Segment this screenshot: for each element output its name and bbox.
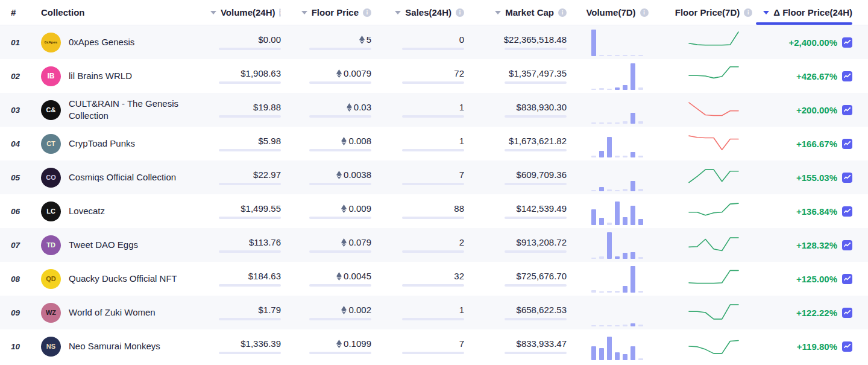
floor-price-7d-cell (668, 165, 760, 189)
trend-chart-badge-icon[interactable] (842, 341, 852, 352)
header-volume-24h[interactable]: Volume(24H) (217, 0, 281, 25)
trend-chart-badge-icon[interactable] (842, 206, 852, 217)
volume-7d-bar (615, 87, 620, 90)
volume-7d-bar (615, 55, 620, 56)
info-icon[interactable] (456, 8, 464, 17)
header-sales-24h-label: Sales(24H) (405, 7, 451, 17)
floor-price-7d-sparkline (687, 132, 740, 156)
volume-7d-cell (567, 62, 668, 90)
table-row[interactable]: 10 NS Neo Samurai Monkeys $1,336.39 0.10… (0, 329, 868, 363)
volume-24h-bar-track (219, 284, 281, 287)
volume-24h-bar-track (219, 81, 281, 84)
table-row[interactable]: 03 C& CULT&RAIN - The Genesis Collection… (0, 93, 868, 127)
delta-floor-price-value: +200.00% (796, 105, 837, 115)
collection-avatar: LC (41, 202, 61, 221)
floor-price-value: 0.002 (341, 305, 371, 315)
volume-7d-bar (623, 325, 627, 326)
header-floor-price-7d[interactable]: Floor Price(7D) (668, 0, 760, 25)
sort-arrow-icon[interactable] (395, 11, 401, 14)
collection-cell[interactable]: QD Quacky Ducks Official NFT (41, 269, 217, 289)
volume-24h-value: $0.00 (258, 34, 281, 45)
rank-number: 04 (11, 139, 41, 148)
table-row[interactable]: 07 TD Tweet DAO Eggs $113.76 0.079 2 $91… (0, 228, 868, 262)
collection-cell[interactable]: WZ World of Zuki Women (41, 303, 217, 323)
table-row[interactable]: 05 CO Cosmiqs Official Collection $22.97… (0, 160, 868, 194)
sort-arrow-icon-active[interactable] (763, 11, 769, 14)
sort-arrow-icon[interactable] (495, 11, 501, 14)
table-row[interactable]: 08 QD Quacky Ducks Official NFT $184.63 … (0, 262, 868, 296)
collection-cell[interactable]: 0xApes 0xApes Genesis (41, 33, 217, 52)
trend-chart-badge-icon[interactable] (842, 71, 852, 81)
header-sales-24h[interactable]: Sales(24H) (371, 0, 464, 25)
market-cap-bar-track (505, 318, 567, 320)
header-floor-price[interactable]: Floor Price (281, 0, 371, 25)
trend-chart-badge-icon[interactable] (842, 274, 852, 284)
volume-7d-cell (567, 197, 668, 225)
floor-price-amount: 0.079 (348, 237, 371, 247)
volume-24h-cell: $0.00 (217, 34, 281, 50)
volume-24h-cell: $113.76 (217, 237, 281, 253)
floor-price-value: 5 (359, 34, 371, 45)
floor-price-bar-track (309, 183, 371, 185)
floor-price-amount: 0.1099 (344, 338, 371, 349)
volume-24h-cell: $1,336.39 (217, 338, 281, 354)
info-icon[interactable] (558, 8, 567, 17)
table-row[interactable]: 09 WZ World of Zuki Women $1.79 0.002 1 … (0, 296, 868, 329)
volume-7d-bar (623, 55, 627, 56)
floor-price-amount: 0.0079 (344, 68, 371, 78)
header-market-cap[interactable]: Market Cap (464, 0, 567, 25)
floor-price-7d-sparkline (687, 98, 740, 122)
table-row[interactable]: 04 CT CrypToad Punks $5.98 0.008 1 $1,67… (0, 127, 868, 160)
volume-7d-bar (623, 354, 627, 360)
sales-24h-value: 1 (459, 136, 464, 146)
collection-cell[interactable]: NS Neo Samurai Monkeys (41, 337, 217, 357)
volume-24h-cell: $184.63 (217, 271, 281, 287)
header-delta-floor-price-24h[interactable]: Δ Floor Price(24H) (760, 0, 852, 25)
floor-price-value: 0.0038 (336, 170, 371, 180)
info-icon[interactable] (640, 8, 649, 17)
trend-chart-badge-icon[interactable] (842, 37, 852, 48)
sales-24h-value: 7 (459, 170, 464, 180)
trend-chart-badge-icon[interactable] (842, 105, 852, 115)
collection-cell[interactable]: C& CULT&RAIN - The Genesis Collection (41, 98, 217, 122)
header-volume-7d[interactable]: Volume(7D) (567, 0, 668, 25)
trend-chart-badge-icon[interactable] (842, 308, 852, 318)
rank-number: 03 (11, 106, 41, 115)
market-cap-bar-track (505, 183, 567, 185)
table-row[interactable]: 06 LC Lovecatz $1,499.55 0.009 88 $142,5… (0, 194, 868, 228)
info-icon[interactable] (363, 8, 371, 17)
volume-7d-bar (591, 325, 596, 326)
volume-24h-cell: $1,499.55 (217, 203, 281, 219)
sales-24h-cell: 1 (371, 136, 464, 151)
floor-price-value: 0.1099 (336, 338, 371, 349)
volume-7d-bar (615, 291, 620, 293)
floor-price-7d-sparkline (687, 334, 740, 358)
volume-7d-bar-chart (591, 28, 643, 56)
floor-price-bar-track (309, 48, 371, 50)
trend-chart-badge-icon[interactable] (842, 240, 852, 250)
floor-price-7d-cell (668, 98, 760, 122)
header-volume-24h-label: Volume(24H) (221, 7, 275, 17)
trend-chart-badge-icon[interactable] (842, 139, 852, 149)
sort-arrow-icon[interactable] (210, 11, 216, 14)
collection-cell[interactable]: TD Tweet DAO Eggs (41, 235, 217, 255)
market-cap-value: $22,365,518.48 (504, 34, 567, 45)
collection-cell[interactable]: LC Lovecatz (41, 202, 217, 221)
collection-cell[interactable]: lB lil Brains WRLD (41, 66, 217, 86)
volume-7d-bar (615, 352, 620, 360)
sort-arrow-icon[interactable] (301, 11, 307, 14)
volume-7d-bar (599, 218, 604, 225)
volume-7d-bar (607, 122, 612, 124)
volume-24h-cell: $1,908.63 (217, 68, 281, 84)
collection-name: CULT&RAIN - The Genesis Collection (69, 98, 189, 122)
info-icon[interactable] (744, 8, 752, 17)
table-row[interactable]: 02 lB lil Brains WRLD $1,908.63 0.0079 7… (0, 59, 868, 93)
trend-chart-badge-icon[interactable] (842, 173, 852, 183)
collection-cell[interactable]: CT CrypToad Punks (41, 134, 217, 154)
floor-price-7d-cell (668, 267, 760, 291)
floor-price-7d-sparkline (687, 300, 740, 325)
volume-24h-bar-track (219, 48, 281, 50)
collection-cell[interactable]: CO Cosmiqs Official Collection (41, 168, 217, 188)
table-row[interactable]: 01 0xApes 0xApes Genesis $0.00 5 0 $22,3… (0, 25, 868, 59)
sales-24h-bar-track (402, 48, 464, 50)
